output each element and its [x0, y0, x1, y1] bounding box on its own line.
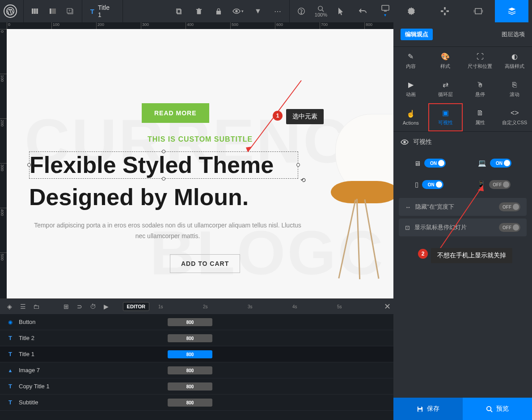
svg-rect-2 — [34, 8, 36, 14]
layer-options-link[interactable]: 图层选项 — [502, 30, 525, 38]
timeline-ruler: 1s2s3s4s5s — [149, 304, 382, 309]
layers-tab[interactable] — [495, 0, 528, 22]
hide-under-width-row[interactable]: ↔隐藏"在"宽度下 OFF — [399, 198, 527, 216]
prop-content[interactable]: ✎内容 — [393, 47, 428, 75]
save-button[interactable]: 保存 — [393, 398, 463, 420]
prop-animation[interactable]: ▶动画 — [393, 75, 428, 103]
prop-hover[interactable]: 🖱悬停 — [463, 75, 498, 103]
timeline-row-name: Image 7 — [19, 367, 40, 374]
timeline-folder-icon[interactable]: 🗀 — [31, 303, 41, 310]
preview-button[interactable]: 预览 — [463, 398, 532, 420]
prop-actions[interactable]: ☝Actions — [393, 103, 428, 131]
timeline-row-name: Copy Title 1 — [19, 383, 50, 390]
resize-handle-top[interactable] — [162, 150, 165, 153]
add-to-cart-button[interactable]: ADD TO CART — [170, 254, 240, 273]
pointer-icon[interactable] — [332, 2, 350, 20]
timeline-row[interactable]: TTitle 1800 — [0, 346, 393, 362]
zoom-control[interactable]: 100% — [315, 5, 327, 17]
lock-icon[interactable] — [210, 2, 228, 20]
svg-rect-5 — [52, 8, 56, 14]
tablet-toggle[interactable]: ON — [422, 180, 443, 189]
timeline-row[interactable]: ◉Button800 — [0, 314, 393, 330]
timeline-close-icon[interactable]: ✕ — [382, 302, 393, 311]
svg-point-18 — [318, 6, 322, 10]
slides-tab[interactable] — [461, 0, 495, 22]
save-icon — [417, 406, 423, 412]
prop-custom-css[interactable]: <>自定义CSS — [498, 103, 532, 131]
annotation-label-1: 选中元素 — [286, 109, 324, 124]
prop-visibility[interactable]: ▣可视性 — [428, 103, 463, 131]
selected-layer-name: Title 1 — [98, 4, 114, 18]
timeline-row-name: Button — [19, 319, 36, 325]
timeline-play-icon[interactable]: ▶ — [101, 303, 111, 310]
visibility-icon[interactable]: ▾ — [229, 2, 247, 20]
svg-rect-23 — [444, 7, 446, 9]
svg-point-37 — [487, 406, 491, 410]
svg-rect-11 — [197, 10, 201, 14]
svg-rect-27 — [475, 8, 481, 14]
timeline-row[interactable]: TTitle 2800 — [0, 330, 393, 346]
notebook-toggle[interactable]: ON — [490, 159, 511, 168]
timeline-row-name: Subtitle — [19, 399, 38, 406]
desktop-toggle[interactable]: ON — [424, 159, 446, 168]
search-icon — [486, 406, 493, 412]
show-hover-slide-row[interactable]: ⊡显示鼠标悬停幻灯片 OFF — [399, 218, 527, 236]
hide-under-width-toggle[interactable]: OFF — [499, 202, 520, 211]
title-line1[interactable]: Flexible Styled Theme — [30, 153, 298, 177]
timeline-row[interactable]: ▲Image 7800 — [0, 362, 393, 378]
svg-rect-36 — [418, 409, 422, 412]
navigation-tab[interactable] — [428, 0, 461, 22]
svg-rect-4 — [50, 8, 51, 14]
timeline-stopwatch-icon[interactable]: ⏱ — [88, 303, 98, 310]
timeline-row[interactable]: TCopy Title 1800 — [0, 378, 393, 395]
editor-badge[interactable]: EDITOR — [123, 302, 149, 311]
timeline-row[interactable]: TSubtitle800 — [0, 395, 393, 411]
rotate-handle-icon[interactable]: ⟲ — [300, 176, 306, 184]
edit-viewpoint-badge[interactable]: 编辑观点 — [401, 29, 433, 40]
prop-style[interactable]: 🎨样式 — [428, 47, 463, 75]
columns-icon[interactable] — [26, 2, 44, 20]
selected-layer-title: T Title 1 — [85, 4, 120, 18]
layout-left-icon[interactable] — [44, 2, 61, 20]
add-slide-icon[interactable]: + — [61, 2, 79, 20]
chair-image[interactable] — [322, 101, 393, 279]
settings-tab[interactable] — [394, 0, 428, 22]
svg-rect-12 — [196, 9, 202, 10]
title-line2[interactable]: Designed by Mloun. — [29, 184, 249, 210]
svg-rect-25 — [441, 10, 443, 12]
undo-icon[interactable] — [354, 2, 372, 20]
visibility-section-title: 可视性 — [401, 138, 525, 146]
wordpress-logo-icon[interactable] — [4, 4, 17, 18]
title-selection-box[interactable]: Flexible Styled Theme ⟲ — [29, 151, 298, 179]
prop-scroll[interactable]: ⎘滚动 — [498, 75, 532, 103]
prop-loop[interactable]: ⇄循环层 — [428, 75, 463, 103]
timeline-bar[interactable]: 800 — [168, 350, 212, 358]
read-more-button[interactable]: READ MORE — [142, 103, 209, 123]
prop-advanced-style[interactable]: ◐高级样式 — [498, 47, 532, 75]
more-icon[interactable]: ⋯ — [269, 2, 287, 20]
preview-device-icon[interactable]: ▾ — [376, 2, 394, 20]
timeline-bar[interactable]: 800 — [168, 318, 212, 326]
prop-attributes[interactable]: 🗎属性 — [463, 103, 498, 131]
timeline-magnet-icon[interactable]: ⊃ — [75, 303, 84, 310]
prop-size-position[interactable]: ⛶尺寸和位置 — [463, 47, 498, 75]
canvas[interactable]: CURRENC BLOGC READ MORE THIS IS CUSTOM S… — [7, 29, 393, 298]
timeline-bar[interactable]: 800 — [168, 366, 212, 374]
phone-toggle[interactable]: OFF — [489, 180, 511, 189]
timeline-bar[interactable]: 800 — [168, 334, 212, 342]
timeline-bar[interactable]: 800 — [168, 399, 212, 407]
delete-icon[interactable] — [190, 2, 208, 20]
copy-icon[interactable] — [170, 2, 188, 20]
timeline-list-icon[interactable]: ☰ — [18, 303, 28, 310]
timeline-bar[interactable]: 800 — [168, 382, 212, 391]
description-text[interactable]: Tempor adipiscing porta a in eros eros s… — [34, 220, 302, 242]
timeline-grid-icon[interactable]: ⊞ — [61, 303, 71, 310]
help-icon[interactable] — [292, 2, 310, 20]
dropdown-caret-icon[interactable]: ▼ — [249, 2, 267, 20]
svg-text:+: + — [68, 8, 71, 13]
svg-point-15 — [236, 10, 237, 12]
resize-handle-bottom[interactable] — [162, 177, 165, 181]
ruler-vertical: 0100200300400500 — [0, 29, 7, 298]
timeline-layers-icon[interactable]: ◈ — [4, 303, 14, 310]
show-hover-slide-toggle[interactable]: OFF — [499, 223, 520, 232]
